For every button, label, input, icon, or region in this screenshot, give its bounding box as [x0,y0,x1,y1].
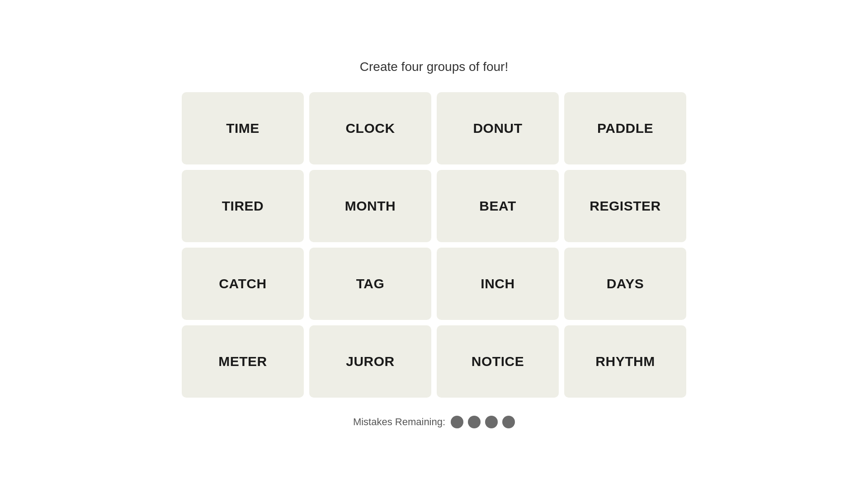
tile-label-register: REGISTER [590,198,660,214]
tile-label-month: MONTH [345,198,396,214]
mistake-dot-3 [485,416,498,428]
tile-beat[interactable]: BEAT [437,170,559,242]
tile-label-beat: BEAT [479,198,516,214]
tile-label-paddle: PADDLE [597,121,653,136]
tile-clock[interactable]: CLOCK [309,92,431,164]
word-grid: TIMECLOCKDONUTPADDLETIREDMONTHBEATREGIST… [182,92,686,398]
tile-label-tired: TIRED [222,198,264,214]
tile-meter[interactable]: METER [182,325,304,398]
tile-rhythm[interactable]: RHYTHM [564,325,686,398]
tile-label-notice: NOTICE [472,354,524,369]
tile-label-tag: TAG [356,276,385,291]
tile-label-time: TIME [226,121,259,136]
tile-label-juror: JUROR [346,354,395,369]
tile-catch[interactable]: CATCH [182,248,304,320]
tile-label-clock: CLOCK [345,121,395,136]
tile-tired[interactable]: TIRED [182,170,304,242]
tile-days[interactable]: DAYS [564,248,686,320]
mistake-dot-2 [468,416,481,428]
tile-label-inch: INCH [481,276,514,291]
tile-register[interactable]: REGISTER [564,170,686,242]
tile-label-rhythm: RHYTHM [595,354,655,369]
mistake-dot-1 [451,416,463,428]
tile-donut[interactable]: DONUT [437,92,559,164]
instruction-text: Create four groups of four! [360,60,508,74]
tile-label-days: DAYS [607,276,644,291]
tile-juror[interactable]: JUROR [309,325,431,398]
tile-notice[interactable]: NOTICE [437,325,559,398]
tile-paddle[interactable]: PADDLE [564,92,686,164]
tile-label-donut: DONUT [473,121,522,136]
tile-month[interactable]: MONTH [309,170,431,242]
tile-label-catch: CATCH [219,276,266,291]
tile-tag[interactable]: TAG [309,248,431,320]
tile-label-meter: METER [218,354,267,369]
mistakes-label: Mistakes Remaining: [353,416,445,428]
mistake-dot-4 [502,416,515,428]
mistakes-dots [451,416,515,428]
mistakes-section: Mistakes Remaining: [353,416,515,428]
tile-time[interactable]: TIME [182,92,304,164]
tile-inch[interactable]: INCH [437,248,559,320]
